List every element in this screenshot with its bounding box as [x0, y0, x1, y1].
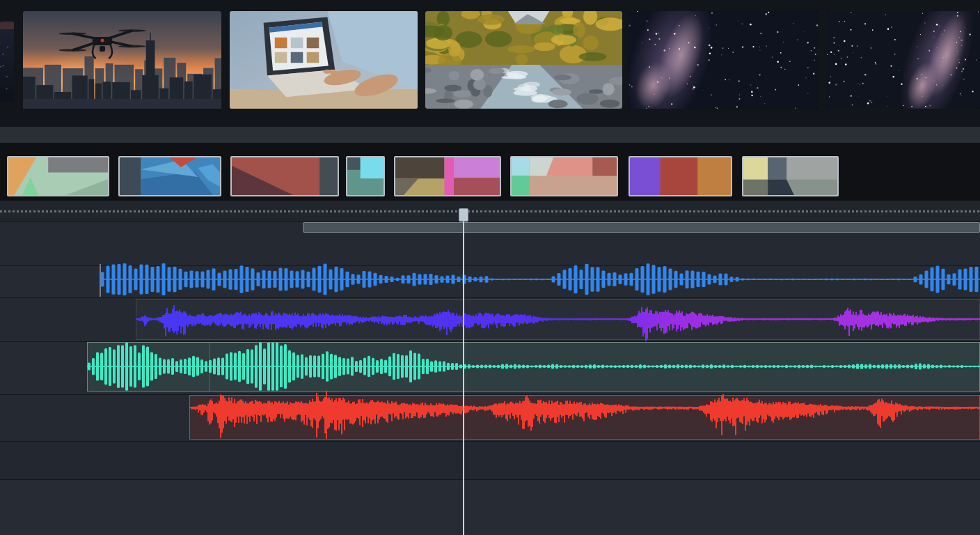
timeline-tracks [0, 222, 980, 535]
media-thumb-milky-way-night-sky-1[interactable] [628, 11, 818, 109]
playhead-line [463, 222, 464, 535]
track-separator-0 [0, 265, 980, 266]
track-row-1 [0, 265, 980, 297]
style-tile-4-art [347, 157, 384, 195]
clip-panel-audio-track-4-red[interactable] [189, 395, 980, 440]
style-tile-1-art [8, 157, 108, 195]
ruler-tick-marks [0, 210, 980, 212]
style-tile-1[interactable] [7, 156, 109, 196]
style-tile-5[interactable] [394, 156, 501, 196]
style-tile-7-art [630, 157, 731, 195]
city-clip-partial-image [0, 21, 14, 102]
media-thumb-drone-over-city-sunset[interactable] [23, 11, 221, 109]
laptop-photo-browsing-image [230, 11, 418, 109]
track-separator-4 [0, 441, 980, 442]
style-tile-4[interactable] [346, 156, 385, 196]
media-thumb-city-clip-partial[interactable] [0, 21, 14, 102]
style-tile-7[interactable] [629, 156, 732, 196]
style-tile-5-art [395, 157, 500, 195]
track-row-5 [0, 441, 980, 479]
video-editor-window [0, 0, 980, 535]
strip-divider-band [0, 127, 980, 143]
milky-way-night-sky-2-image [826, 11, 980, 109]
media-thumb-laptop-photo-browsing[interactable] [230, 11, 418, 109]
autumn-river-rocks-image [425, 11, 622, 109]
style-tile-8[interactable] [742, 156, 839, 196]
clip-panel-audio-track-3-teal[interactable] [87, 342, 980, 391]
track-separator-1 [0, 297, 980, 298]
style-tile-8-art [743, 157, 837, 195]
track-separator-5 [0, 479, 980, 480]
style-tile-6[interactable] [510, 156, 618, 196]
milky-way-night-sky-1-image [628, 11, 818, 109]
media-thumb-milky-way-night-sky-2[interactable] [826, 11, 980, 109]
style-tile-3-art [232, 157, 338, 195]
media-filmstrip [0, 0, 980, 127]
timeline-ruler[interactable] [0, 201, 980, 222]
drone-over-city-sunset-image [23, 11, 221, 109]
style-filmstrip [0, 143, 980, 201]
clip-edge-audio-track-1-blue [100, 264, 101, 297]
clip-panel-audio-track-2-indigo-purple[interactable] [136, 299, 980, 340]
track-row-6 [0, 479, 980, 535]
style-tile-2[interactable] [118, 156, 221, 196]
timeline-region-bar[interactable] [303, 222, 980, 233]
media-thumb-autumn-river-rocks[interactable] [425, 11, 622, 109]
clip-boundary-audio-track-3-teal [209, 343, 210, 391]
style-tile-2-art [120, 157, 220, 195]
style-tile-3[interactable] [230, 156, 339, 196]
style-tile-6-art [512, 157, 617, 195]
playhead-handle[interactable] [459, 208, 468, 222]
